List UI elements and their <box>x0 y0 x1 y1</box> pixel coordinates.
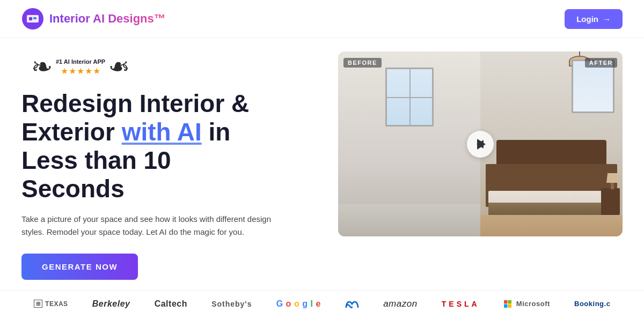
meta-icon <box>345 300 359 308</box>
brand-meta <box>345 300 359 308</box>
brand-google-label: G <box>276 299 283 309</box>
brand-booking-label: Booking.c <box>574 300 610 308</box>
brand-texas-label: TEXAS <box>45 300 68 308</box>
svg-rect-2 <box>29 17 32 20</box>
svg-rect-7 <box>508 304 511 308</box>
navbar: Interior AI Designs™ Login → <box>0 0 644 38</box>
login-button[interactable]: Login → <box>565 9 623 29</box>
main-headline: Redesign Interior & Exterior with AI in … <box>21 90 317 203</box>
headline-part1: Redesign Interior & <box>21 90 249 117</box>
logo-text: Interior AI Designs™ <box>49 12 166 26</box>
before-label: BEFORE <box>343 58 382 68</box>
brand-tesla-label: TESLA <box>442 300 480 308</box>
left-panel: ❧ #1 AI Interior APP ★★★★★ ❧ Redesign In… <box>21 49 317 280</box>
brand-amazon-label: amazon <box>383 299 417 309</box>
svg-rect-4 <box>504 300 508 304</box>
before-room <box>338 51 480 236</box>
texas-shield-icon: ⊞ <box>34 300 43 308</box>
award-badge: ❧ #1 AI Interior APP ★★★★★ ❧ <box>21 54 140 80</box>
bed <box>486 140 617 215</box>
headline-highlight: with AI <box>122 118 202 146</box>
logo-container: Interior AI Designs™ <box>21 8 166 30</box>
brand-tesla: TESLA <box>442 300 480 308</box>
after-floor <box>480 215 623 236</box>
svg-rect-3 <box>33 17 36 19</box>
generate-now-button[interactable]: GENERATE NOW <box>21 254 138 280</box>
microsoft-icon <box>504 300 511 308</box>
laurel-right-icon: ❧ <box>108 54 130 80</box>
before-window <box>385 68 434 127</box>
svg-rect-1 <box>27 15 39 23</box>
after-label: AFTER <box>585 58 617 68</box>
bed-frame <box>486 164 617 207</box>
brand-sothebys: Sotheby's <box>211 300 252 308</box>
brand-booking: Booking.c <box>574 300 610 308</box>
login-label: Login <box>576 14 598 24</box>
headline-part4: Less than 10 <box>21 146 171 174</box>
brand-caltech: Caltech <box>155 299 187 309</box>
laurel-left-icon: ❧ <box>31 54 53 80</box>
play-button[interactable] <box>467 131 494 158</box>
before-section: BEFORE <box>338 51 480 236</box>
nightstand <box>601 188 620 215</box>
main-content: ❧ #1 AI Interior APP ★★★★★ ❧ Redesign In… <box>0 38 644 285</box>
brand-google: Google <box>276 299 321 309</box>
before-floor <box>338 204 480 236</box>
headline-part2: Exterior <box>21 118 122 146</box>
headline-part5: Seconds <box>21 175 125 203</box>
badge-rank: #1 <box>56 58 62 65</box>
svg-rect-5 <box>508 300 511 304</box>
after-room <box>480 51 623 236</box>
after-section: AFTER <box>480 51 623 236</box>
brand-microsoft: Microsoft <box>504 300 550 308</box>
rewind-icon <box>477 140 484 148</box>
after-window <box>572 60 614 113</box>
hero-subtext: Take a picture of your space and see how… <box>21 213 279 239</box>
badge-app-type: AI Interior APP <box>64 58 105 65</box>
svg-rect-6 <box>504 304 508 308</box>
lamp-base <box>611 183 614 189</box>
brand-microsoft-label: Microsoft <box>516 300 550 308</box>
brand-berkeley: Berkeley <box>92 299 130 309</box>
lamp <box>606 173 618 189</box>
badge-center: #1 AI Interior APP ★★★★★ <box>53 58 108 76</box>
logo-icon <box>21 8 44 30</box>
brand-amazon: amazon <box>383 299 417 309</box>
brand-berkeley-label: Berkeley <box>92 299 130 309</box>
headline-part3: in <box>202 118 231 146</box>
badge-title: #1 AI Interior APP <box>56 58 105 65</box>
lamp-shade <box>606 173 618 183</box>
ceiling-light-cord <box>579 51 580 56</box>
login-arrow-icon: → <box>603 14 611 24</box>
brands-strip: ⊞ TEXAS Berkeley Caltech Sotheby's Googl… <box>0 291 644 317</box>
brand-texas: ⊞ TEXAS <box>34 300 68 308</box>
brand-caltech-label: Caltech <box>155 299 187 309</box>
before-after-panel: BEFORE AFTER <box>338 51 623 236</box>
brand-sothebys-label: Sotheby's <box>211 300 252 308</box>
badge-stars: ★★★★★ <box>56 66 105 76</box>
